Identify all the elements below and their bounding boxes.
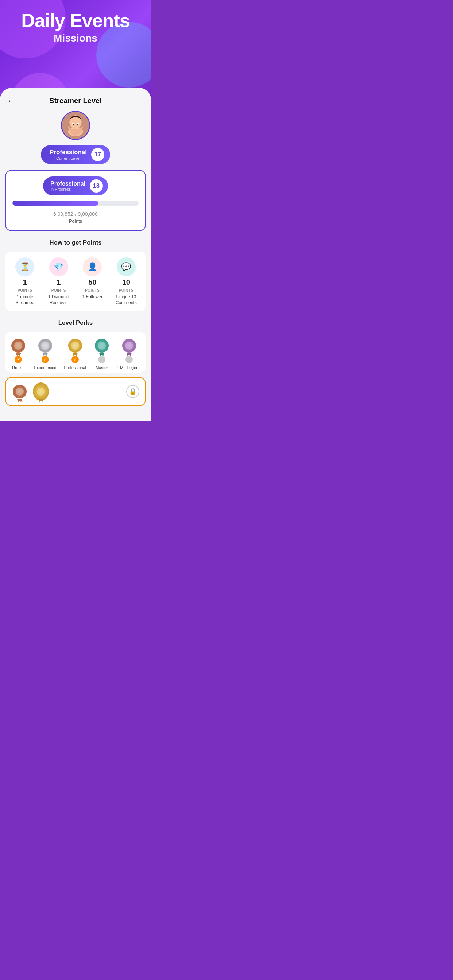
- current-level-sub: Current Level: [49, 156, 87, 161]
- check-dot: ✓: [41, 356, 49, 363]
- check-dot: ✓: [14, 356, 22, 363]
- hero-section: Daily Events Missions: [0, 0, 151, 44]
- points-item: 💎 1 POINTS 1 DiamondReceived: [42, 258, 76, 305]
- page-title: Streamer Level: [49, 97, 101, 105]
- progress-points-label: Points: [13, 218, 139, 224]
- main-card: ← Streamer Level: [0, 88, 151, 421]
- current-level-text: Professional Current Level: [49, 149, 87, 161]
- perk-medal: [121, 337, 137, 354]
- progress-current: 6,09,852: [53, 211, 73, 217]
- points-num: 10: [122, 278, 130, 286]
- perk-medal: [67, 337, 83, 354]
- points-label: POINTS: [18, 288, 32, 293]
- points-grid: ⏳ 1 POINTS 1 minuteStreamed 💎 1 POINTS 1…: [5, 251, 146, 311]
- perk-medal: [94, 337, 110, 354]
- svg-point-6: [77, 124, 78, 126]
- points-icon: 💎: [49, 258, 68, 276]
- perk-label: Professional: [64, 365, 86, 370]
- progress-total: 9,00,000: [78, 211, 98, 217]
- bottom-medal-gold: [33, 383, 49, 399]
- perks-grid: ✓ Rookie ✓ Experienced ✓ Professional Ma…: [5, 332, 146, 372]
- points-item: 💬 10 POINTS Unique 10Comments: [109, 258, 144, 305]
- points-desc: 1 minuteStreamed: [15, 294, 34, 305]
- medal-gold-bottom: [33, 383, 49, 399]
- perk-item: EME Legend: [118, 337, 141, 370]
- check-dot: [98, 356, 105, 363]
- points-desc: 1 Follower: [83, 294, 102, 300]
- perk-item: ✓ Rookie: [10, 337, 26, 370]
- progress-level-sub: In Progress: [50, 187, 85, 191]
- bottom-medal-bronze: [12, 383, 28, 399]
- avatar-section: Professional Current Level 17: [0, 111, 151, 164]
- hero-title: Daily Events: [0, 10, 151, 31]
- perk-label: EME Legend: [118, 365, 141, 370]
- perk-label: Experienced: [34, 365, 56, 370]
- avatar-image: [62, 112, 89, 139]
- current-level-name: Professional: [49, 149, 87, 156]
- perk-item: ✓ Professional: [64, 337, 86, 370]
- back-button[interactable]: ←: [7, 96, 15, 106]
- check-dot: [126, 356, 133, 363]
- progress-card: Professional In Progress 18 6,09,852 / 9…: [5, 170, 146, 231]
- points-label: POINTS: [51, 288, 66, 293]
- check-dot: ✓: [72, 356, 79, 363]
- points-label: POINTS: [85, 288, 100, 293]
- points-label: POINTS: [119, 288, 134, 293]
- avatar: [61, 111, 90, 140]
- points-icon: 💬: [117, 258, 136, 276]
- points-icon: 👤: [83, 258, 102, 276]
- perk-item: ✓ Experienced: [34, 337, 56, 370]
- bottom-perk-arrow: [71, 377, 80, 379]
- points-item: ⏳ 1 POINTS 1 minuteStreamed: [8, 258, 42, 305]
- bottom-medal-group: [12, 383, 28, 399]
- progress-bar-fill: [13, 200, 98, 205]
- how-to-get-title: How to get Points: [0, 239, 151, 247]
- points-num: 1: [23, 278, 27, 286]
- points-desc: Unique 10Comments: [116, 294, 137, 305]
- progress-badge: Professional In Progress 18: [43, 177, 108, 196]
- perk-label: Rookie: [12, 365, 24, 370]
- current-level-num: 17: [91, 148, 104, 161]
- hero-subtitle: Missions: [0, 32, 151, 44]
- points-icon: ⏳: [15, 258, 34, 276]
- perk-item: Master: [94, 337, 110, 370]
- perk-medal: [10, 337, 26, 354]
- bottom-perk-card: 🔒: [5, 377, 146, 406]
- current-level-badge: Professional Current Level 17: [41, 145, 110, 164]
- lock-icon: 🔒: [126, 385, 139, 398]
- progress-level-num: 18: [90, 180, 103, 192]
- perk-label: Master: [96, 365, 108, 370]
- perk-medal: [37, 337, 53, 354]
- progress-badge-text: Professional In Progress: [50, 180, 85, 191]
- points-num: 50: [88, 278, 96, 286]
- level-perks-title: Level Perks: [5, 320, 146, 327]
- card-header: ← Streamer Level: [0, 88, 151, 109]
- points-desc: 1 DiamondReceived: [48, 294, 69, 305]
- points-num: 1: [57, 278, 61, 286]
- progress-bar-container: [13, 200, 139, 205]
- perks-section: Level Perks ✓ Rookie ✓ Experienced ✓ Pro…: [5, 320, 146, 372]
- svg-point-5: [73, 124, 74, 126]
- progress-level-name: Professional: [50, 180, 85, 187]
- points-item: 👤 50 POINTS 1 Follower: [75, 258, 109, 305]
- progress-numbers: 6,09,852 / 9,00,000: [13, 210, 139, 218]
